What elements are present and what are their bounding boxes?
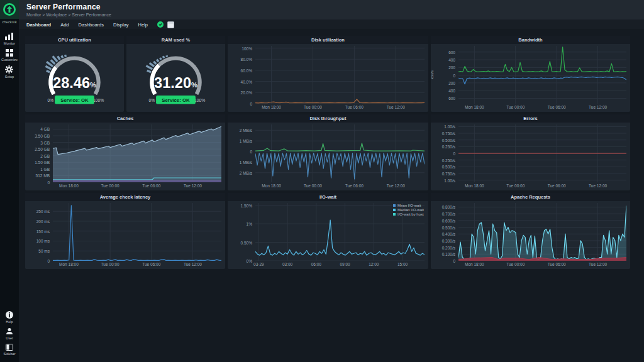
sidebar-item-setup[interactable]: Setup: [1, 65, 18, 79]
gauge-histogram-bar: [58, 56, 60, 60]
sidebar-item-customize[interactable]: Customize: [1, 49, 18, 62]
gauge-histogram-bar: [157, 60, 158, 62]
panel-title[interactable]: Caches: [117, 116, 134, 121]
y-tick-label: 150 ms: [36, 229, 50, 233]
y-tick-label: 2 GB: [40, 153, 50, 158]
panel-title[interactable]: Apache Requests: [511, 194, 550, 200]
y-tick-label: 0.300/s: [442, 238, 455, 243]
menu-bar: DashboardAddDashboardsDisplayHelp: [19, 19, 644, 30]
legend-label: Median I/O-wait: [397, 208, 424, 212]
sidebar-item-sidebar[interactable]: Sidebar: [4, 344, 16, 356]
sidebar-item-label: User: [6, 336, 13, 340]
plot-area[interactable]: [458, 46, 626, 104]
status-badge-label: Service: OK: [60, 97, 89, 103]
sidebar-item-label: Sidebar: [4, 352, 16, 356]
plot-area[interactable]: [255, 46, 425, 104]
menu-item-help[interactable]: Help: [138, 22, 148, 28]
gauge: 31.20%0%100%Service: OK: [126, 44, 225, 112]
x-tick-label: Mon 18:00: [59, 184, 79, 188]
panel-title[interactable]: Bandwidth: [518, 37, 542, 43]
y-tick-label: 4 GB: [40, 127, 50, 131]
y-tick-label: 20.0%: [241, 90, 252, 95]
y-axis: 2 MB/s1 MB/s01 MB/s2 MB/s: [229, 124, 255, 182]
user-icon: [6, 327, 13, 335]
x-axis: Mon 18:00Tue 00:00Tue 06:00Tue 12:00: [53, 261, 221, 268]
legend-swatch-icon: [393, 213, 396, 216]
y-tick-label: 200: [448, 65, 455, 70]
y-tick-label: 250 ms: [36, 209, 50, 214]
panel-title[interactable]: CPU utilization: [58, 37, 91, 43]
sidebar-item-user[interactable]: User: [4, 327, 16, 340]
panel-title[interactable]: I/O-wait: [319, 194, 336, 200]
x-tick-label: Tue 06:00: [548, 105, 566, 109]
gauge-histogram-bar: [47, 62, 53, 66]
x-tick-label: Mon 18:00: [262, 105, 281, 109]
plot-area[interactable]: [53, 203, 221, 261]
x-tick-label: Tue 06:00: [345, 184, 364, 188]
y-tick-label: 0.100/s: [442, 252, 455, 256]
site-status-icon[interactable]: [157, 21, 164, 28]
menu-item-display[interactable]: Display: [113, 22, 129, 28]
gauge-histogram-bar: [167, 55, 167, 57]
panel-title[interactable]: Average check latency: [100, 194, 151, 200]
sidebar-item-label: Monitor: [4, 41, 15, 45]
y-axis: 1.50%1%0.50%0%: [229, 203, 255, 261]
panel-title[interactable]: RAM used %: [162, 37, 190, 43]
y-tick-label: 1.50%: [241, 203, 252, 207]
y-tick-label: 0.250/s: [442, 158, 455, 162]
plot-area[interactable]: [458, 124, 626, 182]
y-tick-label: 400: [448, 89, 455, 93]
y-tick-label: 0: [250, 102, 252, 106]
panel-header: Apache Requests: [431, 193, 630, 201]
y-tick-label: 1.00/s: [444, 178, 455, 182]
y-tick-label: 1 MB/s: [240, 139, 252, 143]
status-badge-label: Service: OK: [162, 97, 190, 103]
panel-title[interactable]: Errors: [523, 116, 538, 121]
y-tick-label: 600: [448, 50, 455, 54]
sidebar-item-help[interactable]: Help: [4, 311, 16, 324]
panel-header: RAM used %: [126, 36, 225, 44]
menu-item-dashboards[interactable]: Dashboards: [79, 22, 104, 28]
y-tick-label: 1.50 GB: [35, 160, 50, 165]
y-tick-label: 0: [47, 259, 50, 263]
panel-title[interactable]: Disk utilization: [311, 37, 345, 43]
plot-area[interactable]: Mean I/O-waitMedian I/O-waitI/O-wait by …: [255, 203, 425, 261]
gauge-histogram-bar: [146, 66, 152, 69]
gauge-min-label: 0%: [48, 98, 54, 102]
main-column: Server Performance Monitor > Workplace >…: [19, 0, 644, 362]
y-tick-label: 2.50 GB: [35, 147, 50, 151]
panel-apache-requests: Apache Requests0.800/s0.700/s0.600/s0.50…: [431, 193, 630, 269]
y-tick-label: 200: [448, 80, 455, 85]
panel-ram-used-: RAM used %31.20%0%100%Service: OK: [126, 36, 225, 112]
gauge-histogram-bar: [51, 60, 55, 64]
panel-header: Bandwidth: [431, 36, 630, 44]
panel-header: Disk utilization: [228, 36, 428, 44]
menu-item-add[interactable]: Add: [60, 22, 69, 28]
chart: 6004002000200400600kbit/sMon 18:00Tue 00…: [432, 46, 626, 111]
x-tick-label: Mon 18:00: [465, 262, 484, 266]
menu-icons: [157, 21, 174, 28]
plot-area[interactable]: [458, 203, 626, 261]
legend-label: Mean I/O-wait: [397, 204, 421, 207]
breadcrumb: Monitor > Workplace > Server Performance: [26, 13, 644, 17]
panel-title[interactable]: Disk throughput: [310, 116, 347, 121]
checkmk-logo[interactable]: [0, 0, 19, 19]
y-axis: 6004002000200400600kbit/s: [432, 46, 458, 104]
menu-item-dashboard[interactable]: Dashboard: [26, 22, 51, 28]
window-layout-icon[interactable]: [167, 21, 174, 28]
plot-area[interactable]: [255, 124, 425, 182]
legend-swatch-icon: [393, 209, 396, 211]
chart: 1.00/s0.750/s0.500/s0.250/s00.250/s0.500…: [432, 124, 626, 190]
panel-header: Disk throughput: [228, 114, 428, 123]
panel-body: 250 ms200 ms150 ms100 ms50 ms0Mon 18:00T…: [25, 201, 225, 269]
x-tick-label: 06:00: [311, 262, 321, 266]
y-tick-label: 1%: [247, 222, 252, 226]
x-tick-label: Tue 06:00: [548, 184, 566, 188]
x-tick-label: Tue 00:00: [506, 184, 525, 188]
sidebar-item-label: Help: [6, 320, 13, 324]
plot-area[interactable]: [53, 124, 221, 182]
y-tick-label: 0.800/s: [442, 205, 455, 209]
y-tick-label: 0.700/s: [442, 212, 455, 216]
y-tick-label: 1.00/s: [444, 124, 455, 129]
sidebar-item-monitor[interactable]: Monitor: [1, 33, 18, 45]
